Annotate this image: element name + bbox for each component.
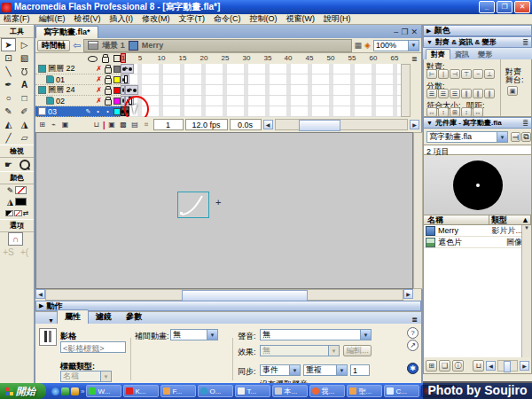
edit-scene-icon[interactable]: ▦ <box>355 41 363 50</box>
no-color-button[interactable] <box>14 210 22 216</box>
close-button[interactable]: ✕ <box>514 1 530 13</box>
library-item-mask[interactable]: 遮色片 圖像 <box>424 237 524 248</box>
new-symbol-icon[interactable]: ⊞ <box>426 360 437 372</box>
align-panel-header[interactable]: ▼ 對齊 & 資訊 & 變形 ≣ <box>423 36 532 48</box>
eyedropper-tool-icon[interactable]: ╱ <box>1 131 16 145</box>
layer-row-mask22[interactable]: 圖層 22 ✗ <box>35 64 121 74</box>
quicklaunch-overflow-icon[interactable]: » <box>81 387 84 395</box>
pin-library-icon[interactable]: ⊣ <box>511 132 520 142</box>
tween-select[interactable]: 無 ▼ <box>170 329 218 340</box>
scene-label[interactable]: 場景 1 <box>102 40 125 51</box>
layer-row-03-selected[interactable]: 03 ✎ • • <box>35 106 121 117</box>
tab-parameters[interactable]: 參數 <box>119 310 149 324</box>
align-hcenter-icon[interactable]: ∣ <box>438 69 449 79</box>
subselection-tool-icon[interactable]: ▷ <box>17 38 32 51</box>
timeline-toggle-button[interactable]: 時間軸 <box>37 40 70 51</box>
scroll-up-icon[interactable]: ▲ <box>521 215 530 224</box>
library-vertical-scrollbar[interactable]: ▼ <box>521 225 531 357</box>
edit-sound-button[interactable]: 編輯... <box>343 345 372 356</box>
layer-locked-icon[interactable] <box>105 89 112 95</box>
text-tool-icon[interactable]: A <box>17 78 32 91</box>
repeat-select[interactable]: 重複 ▼ <box>303 364 348 376</box>
menu-text[interactable]: 文字(T) <box>179 13 206 25</box>
frame-view-menu-icon[interactable]: ≣ <box>411 55 418 63</box>
scroll-right-icon[interactable]: ▶ <box>403 289 413 299</box>
new-folder-icon[interactable]: ❏ <box>439 360 450 372</box>
elapsed-time-field[interactable]: 0.0s <box>230 119 262 130</box>
quicklaunch-icon[interactable] <box>61 387 69 395</box>
selection-tool-icon[interactable]: ➤ <box>1 38 16 51</box>
layer-hidden-icon[interactable]: ✗ <box>95 75 103 83</box>
task-button[interactable]: W... <box>86 385 121 397</box>
insert-layer-icon[interactable]: ⊞ <box>37 121 47 129</box>
align-top-icon[interactable]: ⊤ <box>461 69 472 79</box>
tab-transform[interactable]: 變形 <box>473 50 497 59</box>
minimize-button[interactable]: _ <box>479 1 495 13</box>
smooth-option[interactable]: +S <box>1 246 16 259</box>
zoom-select[interactable]: 100% ▼ <box>373 40 419 51</box>
align-vcenter-icon[interactable]: − <box>473 69 483 79</box>
edit-multiple-frames-icon[interactable]: ⌗ <box>142 121 152 129</box>
eraser-tool-icon[interactable]: ▱ <box>17 131 32 145</box>
menu-help[interactable]: 說明(H) <box>324 13 351 25</box>
task-button[interactable]: K... <box>123 385 159 397</box>
tab-filters[interactable]: 濾鏡 <box>89 310 119 324</box>
match-both-icon[interactable]: ⊞ <box>450 107 460 117</box>
center-frame-icon[interactable]: ▣ <box>107 121 117 129</box>
task-button[interactable]: O... <box>198 385 233 397</box>
layer-row-02[interactable]: 02 ✗ <box>35 96 121 106</box>
layer-locked-icon[interactable] <box>105 99 112 106</box>
library-panel-header[interactable]: ▼ 元件庫 - 寫字動畫.fla ≣ <box>423 117 532 129</box>
symbol-label[interactable]: Merry <box>142 41 164 50</box>
menu-control[interactable]: 控制(O) <box>250 13 278 25</box>
line-tool-icon[interactable]: ╲ <box>1 65 16 78</box>
frame-rate-field[interactable]: 12.0 fps <box>185 119 228 130</box>
task-button[interactable]: 我... <box>309 385 345 397</box>
task-button[interactable]: T... <box>235 385 270 397</box>
new-library-window-icon[interactable]: ⧉ <box>521 132 531 142</box>
task-button[interactable]: C... <box>384 385 419 397</box>
space-vertical-icon[interactable]: ↕ <box>461 107 472 117</box>
layer-outline-color[interactable] <box>113 108 121 115</box>
brush-tool-icon[interactable]: ✐ <box>17 105 32 118</box>
tween-span[interactable] <box>121 64 134 74</box>
canvas-vertical-scrollbar[interactable] <box>413 132 423 289</box>
frame-label-input[interactable]: <影格標籤> <box>60 341 126 353</box>
align-bottom-icon[interactable]: ⊥ <box>484 69 495 79</box>
layer-row-mask24[interactable]: 圖層 24 ✗ <box>35 85 121 96</box>
label-type-select[interactable]: 名稱 ▼ <box>60 371 112 382</box>
loop-count-input[interactable]: 1 <box>350 364 370 376</box>
keyframe-span[interactable] <box>121 74 129 84</box>
lock-icon[interactable] <box>102 57 109 63</box>
task-button[interactable]: 本... <box>272 385 308 397</box>
distribute-left-icon[interactable]: ∥ <box>461 89 472 98</box>
tab-info[interactable]: 資訊 <box>450 50 473 59</box>
pen-tool-icon[interactable]: ✒ <box>1 78 16 91</box>
align-left-icon[interactable]: ⊢ <box>426 69 437 79</box>
layer-hidden-icon[interactable]: ✗ <box>95 65 103 73</box>
scroll-right-icon[interactable]: ▶ <box>520 361 529 371</box>
straighten-option[interactable]: +( <box>17 246 32 259</box>
restore-button[interactable]: ❐ <box>497 1 512 13</box>
delete-layer-icon[interactable]: ⊔ <box>91 121 101 129</box>
delete-item-icon[interactable]: ⊔ <box>473 360 484 372</box>
layer-hidden-icon[interactable]: ✗ <box>95 86 103 94</box>
align-right-icon[interactable]: ⊣ <box>450 69 460 79</box>
item-properties-icon[interactable]: ⓘ <box>452 360 464 372</box>
quicklaunch-icon[interactable] <box>71 387 79 395</box>
stage-canvas[interactable]: + <box>35 132 413 289</box>
eye-icon[interactable] <box>88 56 98 62</box>
tab-properties[interactable]: 屬性 <box>57 309 89 324</box>
help-icon[interactable]: ? <box>407 327 419 339</box>
sync-select[interactable]: 事件 ▼ <box>260 364 301 376</box>
popout-icon[interactable]: ↗ <box>407 340 419 351</box>
layer-outline-color[interactable] <box>113 87 121 94</box>
canvas-hscroll-track[interactable] <box>45 289 403 301</box>
onion-skin-icon[interactable]: ▩ <box>119 121 129 129</box>
zoom-tool-icon[interactable] <box>17 158 32 171</box>
panel-options-icon[interactable]: ≣ <box>411 316 421 324</box>
layer-outline-color[interactable] <box>113 76 121 83</box>
insert-folder-icon[interactable]: ▣ <box>60 121 70 129</box>
onion-outline-icon[interactable]: ▤ <box>130 121 140 129</box>
distribute-top-icon[interactable]: ☰ <box>426 89 437 98</box>
